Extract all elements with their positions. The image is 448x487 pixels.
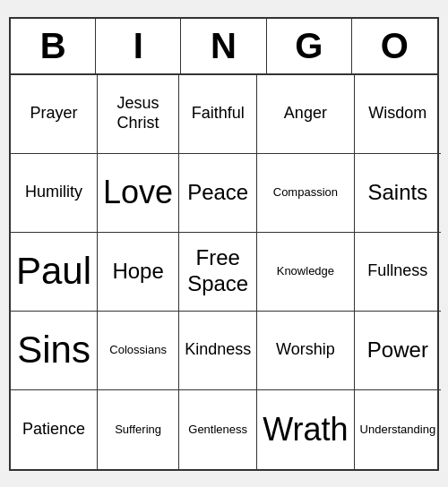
bingo-cell-2: Faithful bbox=[179, 75, 257, 154]
bingo-header: BINGO bbox=[11, 19, 437, 75]
bingo-cell-24: Understanding bbox=[355, 390, 442, 469]
bingo-cell-5: Humility bbox=[11, 154, 98, 233]
bingo-cell-23: Wrath bbox=[257, 390, 354, 469]
bingo-cell-8: Compassion bbox=[257, 154, 354, 233]
bingo-cell-19: Power bbox=[355, 312, 442, 390]
bingo-cell-4: Wisdom bbox=[355, 75, 442, 154]
header-letter-n: N bbox=[181, 19, 266, 73]
bingo-cell-12: Free Space bbox=[179, 233, 257, 312]
bingo-cell-6: Love bbox=[98, 154, 179, 233]
header-letter-o: O bbox=[352, 19, 437, 73]
bingo-cell-15: Sins bbox=[11, 312, 98, 390]
bingo-cell-7: Peace bbox=[179, 154, 257, 233]
bingo-cell-0: Prayer bbox=[11, 75, 98, 154]
header-letter-g: G bbox=[267, 19, 352, 73]
bingo-cell-9: Saints bbox=[355, 154, 442, 233]
bingo-cell-16: Colossians bbox=[98, 312, 179, 390]
bingo-card: BINGO PrayerJesus ChristFaithfulAngerWis… bbox=[9, 17, 439, 471]
bingo-cell-11: Hope bbox=[98, 233, 179, 312]
bingo-cell-10: Paul bbox=[11, 233, 98, 312]
bingo-cell-20: Patience bbox=[11, 390, 98, 469]
bingo-cell-22: Gentleness bbox=[179, 390, 257, 469]
bingo-cell-13: Knowledge bbox=[257, 233, 354, 312]
bingo-cell-14: Fullness bbox=[355, 233, 442, 312]
bingo-cell-21: Suffering bbox=[98, 390, 179, 469]
bingo-grid: PrayerJesus ChristFaithfulAngerWisdomHum… bbox=[11, 75, 437, 469]
header-letter-i: I bbox=[96, 19, 181, 73]
bingo-cell-3: Anger bbox=[257, 75, 354, 154]
bingo-cell-18: Worship bbox=[257, 312, 354, 390]
header-letter-b: B bbox=[11, 19, 96, 73]
bingo-cell-1: Jesus Christ bbox=[98, 75, 179, 154]
bingo-cell-17: Kindness bbox=[179, 312, 257, 390]
